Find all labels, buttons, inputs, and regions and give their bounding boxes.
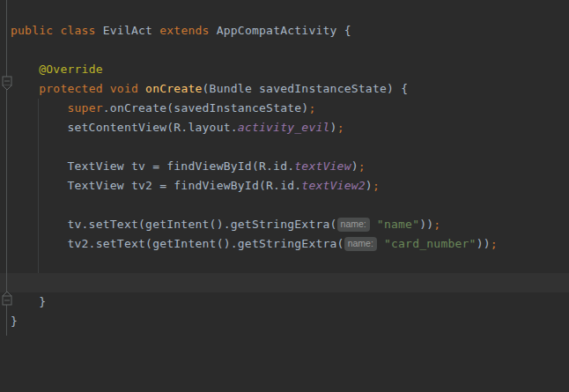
code-token	[370, 218, 377, 231]
code-line[interactable]: super.onCreate(savedInstanceState);	[0, 99, 569, 118]
code-line[interactable]: }	[0, 312, 569, 331]
param-hint-chip: name:	[337, 218, 370, 232]
code-token: super	[67, 101, 102, 115]
code-line[interactable]: TextView tv2 = findViewById(R.id.textVie…	[0, 176, 569, 196]
indent-guide	[38, 99, 39, 273]
code-line[interactable]: TextView tv = findViewById(R.id.textView…	[0, 157, 569, 176]
code-token: ;	[337, 121, 344, 134]
param-hint-chip: name:	[344, 237, 377, 251]
code-token: ;	[433, 218, 440, 231]
code-editor: public class EvilAct extends AppCompatAc…	[0, 0, 569, 392]
code-line-active[interactable]	[0, 273, 569, 292]
code-token: }	[11, 295, 46, 308]
code-line[interactable]: tv2.setText(getIntent().getStringExtra(n…	[0, 234, 569, 254]
code-token: .onCreate(savedInstanceState)	[103, 101, 309, 115]
code-token: )	[351, 159, 358, 173]
code-token: @Override	[39, 63, 103, 76]
fold-collapse-icon[interactable]	[2, 291, 12, 308]
code-line[interactable]: tv.setText(getIntent().getStringExtra(na…	[0, 215, 569, 234]
code-token: )	[366, 179, 373, 192]
code-token	[11, 101, 67, 115]
code-line[interactable]: public class EvilAct extends AppCompatAc…	[0, 21, 569, 41]
code-token: protected void	[39, 82, 145, 95]
code-token: EvilAct	[103, 24, 159, 37]
code-token: "name"	[377, 218, 419, 231]
code-token: ;	[358, 159, 366, 173]
code-line[interactable]: protected void onCreate(Bundle savedInst…	[0, 79, 569, 99]
code-token: ;	[373, 179, 380, 192]
code-token: }	[11, 314, 18, 328]
code-token: extends	[159, 24, 216, 37]
code-token: (Bundle savedInstanceState) {	[203, 82, 409, 95]
code-token: AppCompatActivity {	[217, 24, 351, 37]
code-token: onCreate	[145, 82, 202, 95]
code-token: TextView tv2 = findViewById(R.id.	[11, 179, 301, 192]
code-token: activity_evil	[238, 121, 330, 134]
code-token: tv2.setText(getIntent().getStringExtra(	[11, 237, 344, 250]
code-token: setContentView(R.layout.	[11, 121, 238, 134]
code-token	[11, 82, 39, 95]
code-token: ))	[477, 237, 491, 250]
code-token: textView2	[301, 179, 366, 192]
code-token	[11, 63, 39, 76]
code-token: ))	[419, 218, 433, 231]
code-token: ;	[491, 237, 498, 250]
code-line[interactable]	[0, 196, 569, 215]
code-token: ;	[308, 101, 315, 115]
code-line[interactable]: setContentView(R.layout.activity_evil);	[0, 118, 569, 137]
gutter-fold-line	[6, 0, 7, 336]
code-token: )	[330, 121, 337, 134]
code-line[interactable]: }	[0, 292, 569, 312]
code-token: tv.setText(getIntent().getStringExtra(	[11, 218, 337, 231]
code-area: public class EvilAct extends AppCompatAc…	[0, 21, 569, 331]
code-token: "card_number"	[384, 237, 477, 250]
code-line[interactable]: @Override	[0, 60, 569, 79]
fold-collapse-icon[interactable]	[2, 76, 12, 93]
code-line[interactable]	[0, 41, 569, 60]
code-token	[377, 237, 384, 250]
code-line[interactable]	[0, 137, 569, 157]
code-token: textView	[294, 159, 351, 173]
code-line[interactable]	[0, 254, 569, 273]
code-token: public class	[11, 24, 103, 37]
code-token: TextView tv = findViewById(R.id.	[11, 159, 294, 173]
